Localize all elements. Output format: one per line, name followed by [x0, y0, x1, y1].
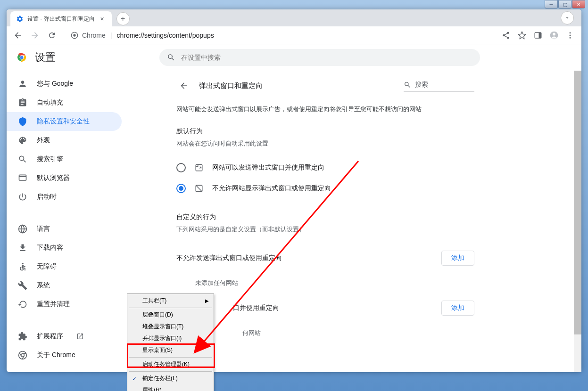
add-allowed-site-button[interactable]: 添加: [441, 301, 474, 316]
check-icon: ✓: [132, 375, 137, 382]
accessibility-icon: [18, 262, 27, 271]
wrench-icon: [18, 281, 27, 290]
sidebar-item-reset[interactable]: 重置并清理: [7, 295, 122, 314]
sidebar-item-extensions[interactable]: 扩展程序: [7, 327, 122, 346]
svg-point-16: [22, 263, 23, 264]
os-titlebar: ─ ▢ ✕: [0, 0, 588, 9]
svg-point-11: [20, 56, 24, 59]
search-icon: [18, 155, 27, 164]
settings-back-button[interactable]: [176, 78, 191, 93]
sidebar-item-languages[interactable]: 语言: [7, 220, 122, 238]
vertical-scrollbar[interactable]: [574, 71, 581, 372]
profile-avatar-icon[interactable]: [547, 28, 562, 43]
maximize-button[interactable]: ▢: [558, 0, 571, 8]
popup-allow-icon: [194, 163, 204, 172]
no-blocked-sites: 未添加任何网站: [176, 273, 474, 293]
svg-rect-12: [19, 175, 26, 180]
ctx-lock-taskbar[interactable]: ✓锁定任务栏(L): [128, 373, 213, 384]
no-allowed-sites-partial: 何网站: [176, 323, 474, 343]
radio-checked[interactable]: [176, 184, 186, 193]
svg-point-6: [570, 32, 571, 33]
ctx-start-task-manager[interactable]: 启动任务管理器(K): [128, 358, 213, 370]
browser-icon: [18, 173, 27, 183]
browser-toolbar: Chrome | chrome://settings/content/popup…: [7, 26, 581, 44]
taskbar-context-menu: 工具栏(T)▶ 层叠窗口(D) 堆叠显示窗口(T) 并排显示窗口(I) 显示桌面…: [127, 293, 214, 391]
tab-close-button[interactable]: ×: [99, 15, 106, 23]
minimize-button[interactable]: ─: [545, 0, 558, 8]
settings-header: 设置: [7, 44, 581, 71]
new-tab-button[interactable]: +: [116, 12, 130, 25]
option-block-popups[interactable]: 不允许网站显示弹出式窗口或使用重定向: [176, 178, 474, 199]
reload-button[interactable]: [44, 28, 59, 43]
settings-search[interactable]: [159, 49, 480, 66]
palette-icon: [18, 136, 27, 145]
sidebar-item-default-browser[interactable]: 默认浏览器: [7, 169, 122, 187]
chrome-icon: [18, 350, 27, 360]
radio-unchecked[interactable]: [176, 163, 186, 172]
default-behavior-heading: 默认行为: [176, 127, 474, 136]
ctx-cascade-windows[interactable]: 层叠窗口(D): [128, 309, 213, 321]
back-button[interactable]: [10, 28, 25, 43]
sidebar-item-system[interactable]: 系统: [7, 276, 122, 295]
add-blocked-site-button[interactable]: 添加: [441, 251, 474, 266]
extension-icon: [18, 332, 27, 341]
sidebar-item-startup[interactable]: 启动时: [7, 187, 122, 206]
page-search[interactable]: 搜索: [404, 81, 474, 91]
sidebar-item-appearance[interactable]: 外观: [7, 131, 122, 150]
globe-icon: [18, 224, 27, 234]
sidebar-item-autofill[interactable]: 自动填充: [7, 93, 122, 112]
ctx-toolbars[interactable]: 工具栏(T)▶: [128, 295, 213, 307]
download-icon: [18, 243, 27, 253]
custom-behavior-note: 下列网站采用的是自定义设置（而非默认设置）: [176, 225, 474, 234]
address-bar[interactable]: Chrome | chrome://settings/content/popup…: [65, 28, 493, 42]
shield-icon: [18, 117, 27, 126]
custom-behavior-heading: 自定义的行为: [176, 213, 474, 221]
side-panel-icon[interactable]: [530, 28, 546, 43]
option-allow-popups[interactable]: 网站可以发送弹出式窗口并使用重定向: [176, 157, 474, 178]
url-scheme: Chrome: [82, 32, 106, 39]
ctx-properties[interactable]: 属性(R): [128, 384, 213, 391]
page-title: 弹出式窗口和重定向: [199, 81, 263, 90]
svg-rect-3: [539, 33, 541, 38]
svg-line-24: [196, 186, 202, 191]
person-icon: [18, 79, 27, 89]
ctx-side-by-side[interactable]: 并排显示窗口(I): [128, 333, 213, 344]
sidebar-item-downloads[interactable]: 下载内容: [7, 238, 122, 257]
power-icon: [18, 192, 27, 202]
popup-block-icon: [194, 184, 204, 193]
close-window-button[interactable]: ✕: [572, 0, 585, 8]
scrollbar-thumb[interactable]: [574, 71, 581, 334]
svg-point-1: [73, 34, 75, 36]
settings-search-input[interactable]: [181, 54, 472, 61]
sidebar-item-you-and-google[interactable]: 您与 Google: [7, 74, 122, 93]
settings-sidebar: 您与 Google 自动填充 隐私设置和安全性 外观 搜索引擎 默认浏览器 启动…: [7, 71, 127, 372]
ctx-stack-windows[interactable]: 堆叠显示窗口(T): [128, 321, 213, 333]
chrome-logo-icon: [16, 52, 27, 63]
share-icon[interactable]: [498, 28, 513, 43]
search-icon: [404, 81, 411, 89]
url-path: chrome://settings/content/popups: [116, 32, 214, 39]
svg-point-7: [570, 34, 571, 36]
sidebar-item-about[interactable]: 关于 Chrome: [7, 346, 122, 365]
sidebar-item-search[interactable]: 搜索引擎: [7, 150, 122, 169]
bookmark-star-icon[interactable]: [514, 28, 530, 43]
svg-point-5: [553, 33, 555, 35]
default-behavior-note: 网站会在您访问时自动采用此设置: [176, 139, 474, 148]
external-link-icon: [76, 333, 84, 340]
forward-button[interactable]: [27, 28, 42, 43]
svg-point-8: [570, 37, 571, 38]
search-icon: [167, 53, 175, 62]
ctx-show-desktop[interactable]: 显示桌面(S): [128, 344, 213, 356]
tab-dropdown-button[interactable]: [561, 11, 574, 24]
submenu-arrow-icon: ▶: [205, 298, 209, 303]
sidebar-item-accessibility[interactable]: 无障碍: [7, 257, 122, 276]
sidebar-item-privacy[interactable]: 隐私设置和安全性: [7, 112, 122, 131]
tab-strip: 设置 - 弹出式窗口和重定向 × +: [7, 9, 581, 26]
block-section-label: 不允许发送弹出式窗口或使用重定向: [176, 254, 282, 262]
browser-tab[interactable]: 设置 - 弹出式窗口和重定向 ×: [10, 11, 112, 26]
browser-window: 设置 - 弹出式窗口和重定向 × + Chrome | chrome:: [7, 9, 581, 372]
clipboard-icon: [18, 98, 27, 107]
menu-kebab-icon[interactable]: [563, 28, 578, 43]
settings-gear-icon: [16, 15, 24, 23]
page-description: 网站可能会发送弹出式窗口以展示广告，或者使用重定向将您引导至您可能不想访问的网站: [176, 105, 474, 114]
